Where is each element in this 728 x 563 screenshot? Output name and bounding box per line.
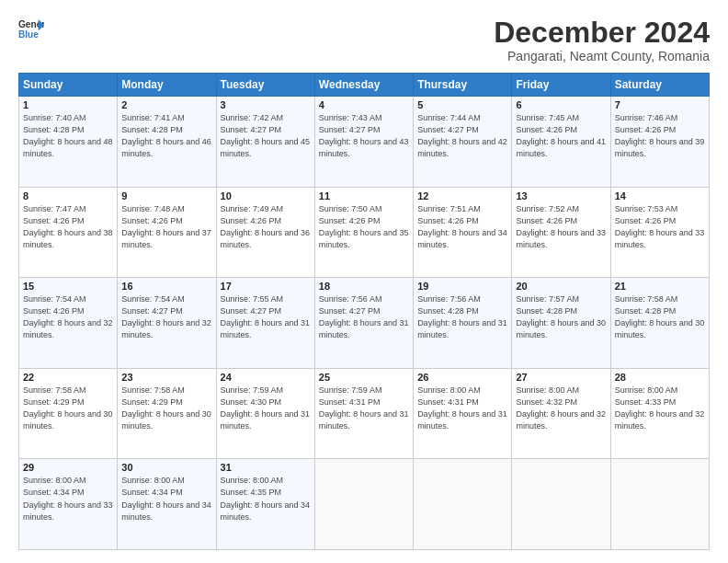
day-info: Sunrise: 7:46 AMSunset: 4:26 PMDaylight:… xyxy=(615,112,705,160)
day-number: 4 xyxy=(319,99,409,110)
table-row: 28 Sunrise: 8:00 AMSunset: 4:33 PMDaylig… xyxy=(610,368,709,459)
day-info: Sunrise: 8:00 AMSunset: 4:34 PMDaylight:… xyxy=(121,475,211,523)
day-number: 9 xyxy=(121,190,211,201)
col-monday: Monday xyxy=(118,74,216,97)
day-number: 30 xyxy=(121,462,211,473)
day-info: Sunrise: 7:59 AMSunset: 4:30 PMDaylight:… xyxy=(221,385,311,432)
table-row: 26 Sunrise: 8:00 AMSunset: 4:31 PMDaylig… xyxy=(414,368,512,459)
calendar-week-4: 22 Sunrise: 7:58 AMSunset: 4:29 PMDaylig… xyxy=(19,368,710,459)
table-row: 19 Sunrise: 7:56 AMSunset: 4:28 PMDaylig… xyxy=(414,278,512,369)
table-row: 21 Sunrise: 7:58 AMSunset: 4:28 PMDaylig… xyxy=(610,278,709,369)
svg-text:Blue: Blue xyxy=(18,29,39,40)
table-row xyxy=(314,459,413,550)
table-row: 18 Sunrise: 7:56 AMSunset: 4:27 PMDaylig… xyxy=(314,278,413,369)
day-info: Sunrise: 7:58 AMSunset: 4:29 PMDaylight:… xyxy=(121,385,211,432)
table-row: 14 Sunrise: 7:53 AMSunset: 4:26 PMDaylig… xyxy=(610,187,709,278)
calendar-week-3: 15 Sunrise: 7:54 AMSunset: 4:26 PMDaylig… xyxy=(19,278,710,369)
logo: General Blue xyxy=(18,17,44,42)
table-row: 30 Sunrise: 8:00 AMSunset: 4:34 PMDaylig… xyxy=(118,459,216,550)
col-saturday: Saturday xyxy=(610,74,709,97)
day-info: Sunrise: 8:00 AMSunset: 4:35 PMDaylight:… xyxy=(221,475,311,523)
day-info: Sunrise: 7:45 AMSunset: 4:26 PMDaylight:… xyxy=(516,112,606,160)
col-thursday: Thursday xyxy=(414,74,512,97)
day-number: 13 xyxy=(516,190,606,201)
table-row: 12 Sunrise: 7:51 AMSunset: 4:26 PMDaylig… xyxy=(414,187,512,278)
table-row: 16 Sunrise: 7:54 AMSunset: 4:27 PMDaylig… xyxy=(118,278,216,369)
table-row: 2 Sunrise: 7:41 AMSunset: 4:28 PMDayligh… xyxy=(118,97,216,188)
day-info: Sunrise: 7:52 AMSunset: 4:26 PMDaylight:… xyxy=(516,203,606,251)
day-info: Sunrise: 7:50 AMSunset: 4:26 PMDaylight:… xyxy=(319,203,409,251)
day-info: Sunrise: 7:56 AMSunset: 4:27 PMDaylight:… xyxy=(319,293,409,341)
day-number: 26 xyxy=(417,372,507,383)
day-number: 19 xyxy=(417,281,507,292)
table-row: 7 Sunrise: 7:46 AMSunset: 4:26 PMDayligh… xyxy=(610,97,709,188)
day-info: Sunrise: 7:51 AMSunset: 4:26 PMDaylight:… xyxy=(417,203,507,251)
day-number: 17 xyxy=(221,281,311,292)
table-row: 10 Sunrise: 7:49 AMSunset: 4:26 PMDaylig… xyxy=(216,187,314,278)
day-number: 7 xyxy=(615,99,705,110)
day-number: 3 xyxy=(221,99,311,110)
day-number: 8 xyxy=(23,190,113,201)
table-row: 5 Sunrise: 7:44 AMSunset: 4:27 PMDayligh… xyxy=(414,97,512,188)
day-number: 5 xyxy=(417,99,507,110)
table-row: 11 Sunrise: 7:50 AMSunset: 4:26 PMDaylig… xyxy=(314,187,413,278)
calendar-week-2: 8 Sunrise: 7:47 AMSunset: 4:26 PMDayligh… xyxy=(19,187,710,278)
day-info: Sunrise: 8:00 AMSunset: 4:34 PMDaylight:… xyxy=(23,475,113,523)
day-number: 24 xyxy=(221,372,311,383)
calendar-week-5: 29 Sunrise: 8:00 AMSunset: 4:34 PMDaylig… xyxy=(19,459,710,550)
day-info: Sunrise: 7:47 AMSunset: 4:26 PMDaylight:… xyxy=(23,203,113,251)
page: General Blue December 2024 Pangarati, Ne… xyxy=(0,0,728,563)
day-number: 18 xyxy=(319,281,409,292)
day-info: Sunrise: 7:48 AMSunset: 4:26 PMDaylight:… xyxy=(121,203,211,251)
day-number: 25 xyxy=(319,372,409,383)
day-info: Sunrise: 7:57 AMSunset: 4:28 PMDaylight:… xyxy=(516,293,606,341)
day-info: Sunrise: 7:40 AMSunset: 4:28 PMDaylight:… xyxy=(23,112,113,160)
day-number: 31 xyxy=(221,462,311,473)
day-number: 21 xyxy=(615,281,705,292)
day-info: Sunrise: 7:59 AMSunset: 4:31 PMDaylight:… xyxy=(319,385,409,432)
day-number: 1 xyxy=(23,99,113,110)
table-row: 4 Sunrise: 7:43 AMSunset: 4:27 PMDayligh… xyxy=(314,97,413,188)
col-wednesday: Wednesday xyxy=(314,74,413,97)
table-row: 29 Sunrise: 8:00 AMSunset: 4:34 PMDaylig… xyxy=(19,459,118,550)
day-info: Sunrise: 7:43 AMSunset: 4:27 PMDaylight:… xyxy=(319,112,409,160)
day-info: Sunrise: 7:53 AMSunset: 4:26 PMDaylight:… xyxy=(615,203,705,251)
table-row: 15 Sunrise: 7:54 AMSunset: 4:26 PMDaylig… xyxy=(19,278,118,369)
day-number: 2 xyxy=(121,99,211,110)
col-tuesday: Tuesday xyxy=(216,74,314,97)
day-number: 10 xyxy=(221,190,311,201)
day-info: Sunrise: 8:00 AMSunset: 4:31 PMDaylight:… xyxy=(417,385,507,432)
header: General Blue December 2024 Pangarati, Ne… xyxy=(18,17,710,63)
table-row: 22 Sunrise: 7:58 AMSunset: 4:29 PMDaylig… xyxy=(19,368,118,459)
day-number: 6 xyxy=(516,99,606,110)
table-row: 9 Sunrise: 7:48 AMSunset: 4:26 PMDayligh… xyxy=(118,187,216,278)
table-row: 27 Sunrise: 8:00 AMSunset: 4:32 PMDaylig… xyxy=(512,368,610,459)
table-row: 8 Sunrise: 7:47 AMSunset: 4:26 PMDayligh… xyxy=(19,187,118,278)
day-number: 29 xyxy=(23,462,113,473)
calendar-week-1: 1 Sunrise: 7:40 AMSunset: 4:28 PMDayligh… xyxy=(19,97,710,188)
table-row: 13 Sunrise: 7:52 AMSunset: 4:26 PMDaylig… xyxy=(512,187,610,278)
subtitle: Pangarati, Neamt County, Romania xyxy=(494,49,710,63)
day-number: 22 xyxy=(23,372,113,383)
table-row: 20 Sunrise: 7:57 AMSunset: 4:28 PMDaylig… xyxy=(512,278,610,369)
day-number: 11 xyxy=(319,190,409,201)
table-row: 25 Sunrise: 7:59 AMSunset: 4:31 PMDaylig… xyxy=(314,368,413,459)
day-number: 23 xyxy=(121,372,211,383)
day-info: Sunrise: 8:00 AMSunset: 4:33 PMDaylight:… xyxy=(615,385,705,432)
table-row: 1 Sunrise: 7:40 AMSunset: 4:28 PMDayligh… xyxy=(19,97,118,188)
day-number: 12 xyxy=(417,190,507,201)
day-info: Sunrise: 7:42 AMSunset: 4:27 PMDaylight:… xyxy=(221,112,311,160)
day-info: Sunrise: 7:54 AMSunset: 4:26 PMDaylight:… xyxy=(23,293,113,341)
month-title: December 2024 xyxy=(494,17,710,49)
day-info: Sunrise: 7:58 AMSunset: 4:28 PMDaylight:… xyxy=(615,293,705,341)
header-row: Sunday Monday Tuesday Wednesday Thursday… xyxy=(19,74,710,97)
table-row: 24 Sunrise: 7:59 AMSunset: 4:30 PMDaylig… xyxy=(216,368,314,459)
logo-icon: General Blue xyxy=(18,17,44,42)
day-number: 28 xyxy=(615,372,705,383)
col-friday: Friday xyxy=(512,74,610,97)
table-row xyxy=(610,459,709,550)
title-block: December 2024 Pangarati, Neamt County, R… xyxy=(494,17,710,63)
calendar-table: Sunday Monday Tuesday Wednesday Thursday… xyxy=(18,73,710,550)
day-info: Sunrise: 7:44 AMSunset: 4:27 PMDaylight:… xyxy=(417,112,507,160)
table-row: 17 Sunrise: 7:55 AMSunset: 4:27 PMDaylig… xyxy=(216,278,314,369)
